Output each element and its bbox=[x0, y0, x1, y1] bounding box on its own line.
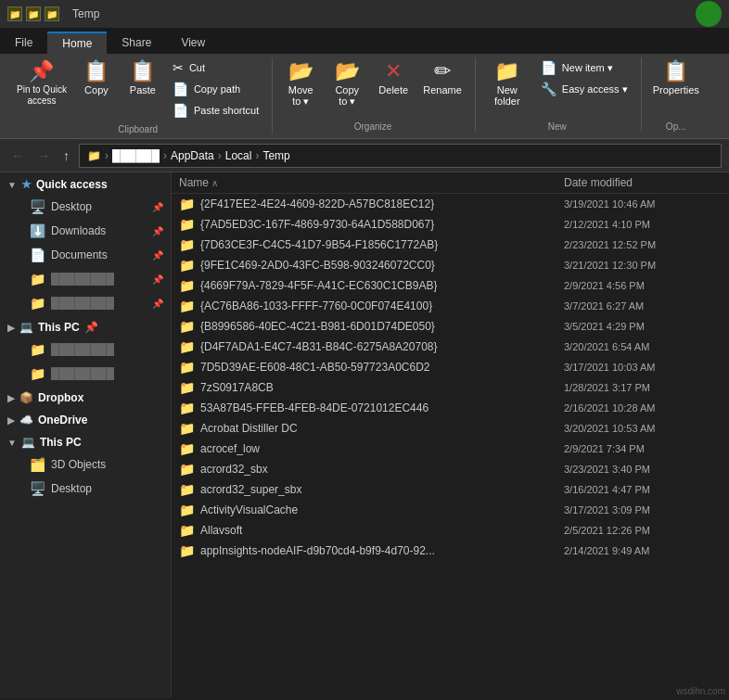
this-pc-label: This PC bbox=[38, 321, 80, 334]
cut-button[interactable]: ✂ Cut bbox=[167, 57, 264, 78]
back-button[interactable]: ← bbox=[7, 145, 28, 167]
copy-path-button[interactable]: 📄 Copy path bbox=[167, 79, 264, 99]
ribbon-group-new: 📁 Newfolder 📄 New item ▾ 🔧 Easy access ▾… bbox=[478, 57, 642, 132]
table-row[interactable]: 📁Allavsoft2/5/2021 12:26 PM bbox=[172, 520, 729, 541]
new-label: New bbox=[548, 118, 567, 132]
title-bar: 📁 📁 📁 Temp bbox=[0, 0, 729, 28]
sidebar-section-this-pc-2[interactable]: ▼ 💻 This PC bbox=[0, 430, 171, 452]
file-name: {4669F79A-7829-4F5F-A41C-EC630C1CB9AB} bbox=[200, 279, 558, 292]
table-row[interactable]: 📁53A87B45-FFEB-4FEB-84DE-0721012EC4462/1… bbox=[172, 398, 729, 418]
folder-file-icon: 📁 bbox=[179, 441, 195, 456]
path-segment-temp[interactable]: Temp bbox=[262, 149, 289, 162]
sidebar-section-dropbox[interactable]: ▶ 📦 Dropbox bbox=[0, 386, 171, 408]
sidebar-section-this-pc-1[interactable]: ▶ 💻 This PC 📌 bbox=[0, 315, 171, 337]
pin-icon: 📌 bbox=[29, 61, 54, 82]
table-row[interactable]: 📁7zS0917A8CB1/28/2021 3:17 PM bbox=[172, 377, 729, 398]
sidebar-item-blurred2[interactable]: 📁 ████████ 📌 bbox=[19, 291, 171, 315]
rename-button[interactable]: ✏ Rename bbox=[417, 57, 467, 99]
rename-icon: ✏ bbox=[434, 61, 451, 82]
table-row[interactable]: 📁acrord32_super_sbx3/16/2021 4:47 PM bbox=[172, 479, 729, 500]
forward-button[interactable]: → bbox=[33, 145, 54, 167]
tab-share[interactable]: Share bbox=[107, 32, 166, 54]
clipboard-label: Clipboard bbox=[118, 121, 158, 134]
table-row[interactable]: 📁{AC76BA86-1033-FFFF-7760-0C0F074E4100}3… bbox=[172, 296, 729, 316]
file-date: 2/9/2021 7:34 PM bbox=[564, 443, 722, 454]
path-segment-local[interactable]: Local bbox=[225, 149, 252, 162]
table-row[interactable]: 📁Acrobat Distiller DC3/20/2021 10:53 AM bbox=[172, 418, 729, 439]
copy-to-button[interactable]: 📂 Copyto ▾ bbox=[325, 57, 369, 111]
properties-button[interactable]: 📋 Properties bbox=[647, 57, 705, 99]
pin-indicator-2: 📌 bbox=[152, 226, 163, 236]
computer-icon: 💻 bbox=[19, 321, 33, 334]
sidebar-item-desktop-2[interactable]: 🖥️ Desktop bbox=[19, 477, 171, 501]
clipboard-small-btns: ✂ Cut 📄 Copy path 📄 Paste shortcut bbox=[167, 57, 264, 121]
table-row[interactable]: 📁ActivityVisualCache3/17/2021 3:09 PM bbox=[172, 500, 729, 520]
sidebar-section-onedrive[interactable]: ▶ ☁️ OneDrive bbox=[0, 408, 171, 430]
table-row[interactable]: 📁{7AD5ED3C-167F-4869-9730-64A1D588D067}2… bbox=[172, 214, 729, 235]
file-date: 3/17/2021 10:03 AM bbox=[564, 362, 722, 373]
folder-file-icon: 📁 bbox=[179, 401, 195, 415]
file-name: {7AD5ED3C-167F-4869-9730-64A1D588D067} bbox=[200, 218, 558, 231]
table-row[interactable]: 📁7D5D39AE-E608-48C1-AB50-597723A0C6D23/1… bbox=[172, 357, 729, 377]
new-item-button[interactable]: 📄 New item ▾ bbox=[535, 57, 633, 78]
tab-file[interactable]: File bbox=[0, 32, 47, 54]
table-row[interactable]: 📁acrocef_low2/9/2021 7:34 PM bbox=[172, 439, 729, 459]
main-layout: ▼ ★ Quick access 🖥️ Desktop 📌 ⬇️ Downloa… bbox=[0, 172, 729, 698]
path-segment-blurred[interactable]: ██████ bbox=[112, 149, 160, 162]
sidebar-item-blurred3[interactable]: 📁 ████████ bbox=[19, 337, 171, 362]
sidebar-section-quick-access[interactable]: ▼ ★ Quick access bbox=[0, 172, 171, 195]
file-name: {2F417EE2-4E24-4609-822D-A57BC818EC12} bbox=[200, 197, 558, 210]
move-to-button[interactable]: 📂 Moveto ▾ bbox=[278, 57, 323, 111]
paste-label: Paste bbox=[130, 84, 156, 95]
address-path[interactable]: 📁 › ██████ › AppData › Local › Temp bbox=[79, 144, 722, 168]
file-date: 2/14/2021 9:49 AM bbox=[564, 545, 722, 556]
properties-icon: 📋 bbox=[663, 61, 688, 82]
folder-file-icon: 📁 bbox=[179, 380, 195, 395]
table-row[interactable]: 📁acrord32_sbx3/23/2021 3:40 PM bbox=[172, 459, 729, 479]
folder-icon-s2: 📁 bbox=[30, 296, 45, 311]
sidebar-item-blurred4[interactable]: 📁 ████████ bbox=[19, 362, 171, 386]
column-date-label: Date modified bbox=[564, 176, 633, 189]
paste-shortcut-button[interactable]: 📄 Paste shortcut bbox=[167, 100, 264, 121]
easy-access-button[interactable]: 🔧 Easy access ▾ bbox=[535, 79, 633, 99]
table-row[interactable]: 📁{D4F7ADA1-E4C7-4B31-B84C-6275A8A20708}3… bbox=[172, 337, 729, 357]
table-row[interactable]: 📁{4669F79A-7829-4F5F-A41C-EC630C1CB9AB}2… bbox=[172, 275, 729, 296]
table-row[interactable]: 📁{9FE1C469-2AD0-43FC-B598-903246072CC0}3… bbox=[172, 255, 729, 275]
3d-objects-icon: 🗂️ bbox=[30, 457, 45, 472]
paste-shortcut-label: Paste shortcut bbox=[194, 105, 259, 116]
sidebar-item-desktop[interactable]: 🖥️ Desktop 📌 bbox=[19, 195, 171, 219]
up-button[interactable]: ↑ bbox=[59, 145, 73, 167]
tab-home[interactable]: Home bbox=[47, 32, 107, 54]
delete-button[interactable]: ✕ Delete bbox=[371, 57, 416, 99]
folder-icon-s1: 📁 bbox=[30, 272, 45, 286]
sidebar-item-3d-objects[interactable]: 🗂️ 3D Objects bbox=[19, 452, 171, 477]
folder-file-icon: 📁 bbox=[179, 360, 195, 375]
table-row[interactable]: 📁{7D63CE3F-C4C5-41D7-9B54-F1856C1772AB}2… bbox=[172, 235, 729, 255]
copy-large-button[interactable]: 📋 Copy bbox=[74, 57, 119, 99]
file-date: 1/28/2021 3:17 PM bbox=[564, 382, 722, 393]
table-row[interactable]: 📁{B8996586-40EC-4C21-B981-6D01D74DE050}3… bbox=[172, 316, 729, 337]
paste-button[interactable]: 📋 Paste bbox=[121, 57, 165, 99]
sidebar-item-downloads[interactable]: ⬇️ Downloads 📌 bbox=[19, 219, 171, 243]
table-row[interactable]: 📁{2F417EE2-4E24-4609-822D-A57BC818EC12}3… bbox=[172, 194, 729, 214]
pin-quick-access-button[interactable]: 📌 Pin to Quickaccess bbox=[11, 57, 72, 110]
folder-icon: 📁 bbox=[87, 149, 101, 162]
new-folder-button[interactable]: 📁 Newfolder bbox=[481, 57, 533, 110]
folder-file-icon: 📁 bbox=[179, 237, 195, 252]
folder-file-icon: 📁 bbox=[179, 482, 195, 497]
copy-icon: 📋 bbox=[83, 61, 109, 82]
new-item-icon: 📄 bbox=[541, 60, 556, 75]
tab-view[interactable]: View bbox=[166, 32, 220, 54]
move-icon: 📂 bbox=[288, 61, 313, 82]
column-date[interactable]: Date modified bbox=[564, 176, 722, 189]
address-bar: ← → ↑ 📁 › ██████ › AppData › Local › Tem… bbox=[0, 139, 729, 172]
ribbon-new-items: 📁 Newfolder 📄 New item ▾ 🔧 Easy access ▾ bbox=[481, 57, 633, 118]
sidebar-item-documents[interactable]: 📄 Documents 📌 bbox=[19, 243, 171, 267]
folder-file-icon: 📁 bbox=[179, 543, 195, 558]
table-row[interactable]: 📁appInsights-nodeAIF-d9b70cd4-b9f9-4d70-… bbox=[172, 541, 729, 561]
path-segment-appdata[interactable]: AppData bbox=[171, 149, 214, 162]
this-pc-2-label: This PC bbox=[40, 436, 82, 449]
column-name[interactable]: Name ∧ bbox=[179, 176, 564, 189]
onedrive-icon: ☁️ bbox=[19, 414, 33, 426]
sidebar-item-blurred1[interactable]: 📁 ████████ 📌 bbox=[19, 267, 171, 291]
